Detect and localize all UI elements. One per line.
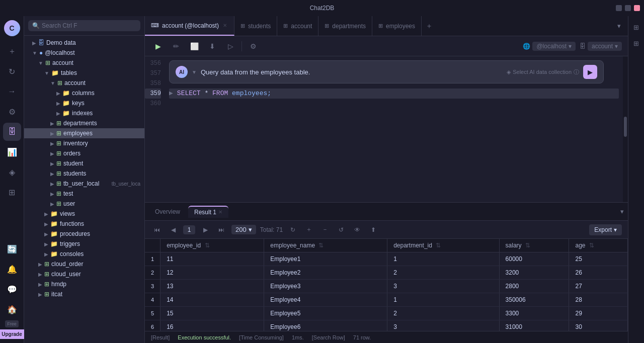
cell-age[interactable]: 28: [569, 293, 628, 307]
cell-age[interactable]: 27: [569, 280, 628, 293]
sidebar-item-triggers[interactable]: ▶ 📁 triggers: [24, 239, 144, 249]
rtb-per-page-select[interactable]: 200 ▾: [231, 225, 256, 234]
tab-employees[interactable]: ⊞ employees: [372, 16, 422, 36]
minimize-button[interactable]: [616, 5, 622, 11]
cell-employee-id[interactable]: 13: [160, 280, 264, 293]
tab-account[interactable]: ⊞ account: [277, 16, 318, 36]
tab-result-1[interactable]: Result 1 ✕: [188, 206, 228, 218]
cell-salary[interactable]: 31000: [499, 320, 569, 331]
rtb-delete-row[interactable]: －: [319, 224, 331, 236]
tab-overview[interactable]: Overview: [149, 206, 186, 217]
sidebar-item-home[interactable]: 🏠: [3, 300, 21, 318]
cell-employee-id[interactable]: 15: [160, 307, 264, 320]
sidebar-item-cloud-order[interactable]: ▶ ⊞ cloud_order: [24, 259, 144, 269]
sidebar-item-refresh[interactable]: ↻: [3, 62, 21, 80]
maximize-button[interactable]: [625, 5, 631, 11]
sidebar-item-table-orders[interactable]: ▶ ⊞ orders: [24, 148, 144, 158]
rtb-refresh[interactable]: ↻: [287, 224, 299, 236]
sidebar-item-indexes[interactable]: ▶ 📁 indexes: [24, 108, 144, 118]
sidebar-item-table-student[interactable]: ▶ ⊞ student: [24, 158, 144, 168]
sidebar-item-itcat[interactable]: ▶ ⊞ itcat: [24, 289, 144, 299]
sidebar-item-settings[interactable]: ⚙: [3, 103, 21, 121]
edit-button[interactable]: ✏: [169, 39, 183, 53]
cell-department-id[interactable]: 2: [387, 266, 499, 280]
col-header-employee-name[interactable]: employee_name ⇅: [264, 239, 387, 252]
tab-account-localhost[interactable]: ⌨ account (@localhost) ✕: [145, 16, 234, 36]
table-row[interactable]: 616Employee633100030: [145, 320, 628, 331]
cell-department-id[interactable]: 1: [387, 293, 499, 307]
sidebar-item-grid[interactable]: ⊞: [3, 183, 21, 201]
cell-employee-name[interactable]: Employee5: [264, 307, 387, 320]
cell-employee-name[interactable]: Employee3: [264, 280, 387, 293]
cell-department-id[interactable]: 2: [387, 307, 499, 320]
sidebar-item-sync[interactable]: 🔄: [3, 240, 21, 258]
cell-employee-name[interactable]: Employee6: [264, 320, 387, 331]
sidebar-item-hmdp[interactable]: ▶ ⊞ hmdp: [24, 279, 144, 289]
sort-icon[interactable]: ⇅: [205, 242, 210, 249]
editor-scrollbar[interactable]: [623, 56, 628, 202]
sort-icon[interactable]: ⇅: [589, 242, 594, 249]
close-button[interactable]: [634, 5, 640, 11]
cell-salary[interactable]: 2800: [499, 280, 569, 293]
cell-department-id[interactable]: 1: [387, 252, 499, 266]
tab-add-button[interactable]: ＋: [422, 22, 437, 31]
table-row[interactable]: 212Employee22320026: [145, 266, 628, 280]
upgrade-button[interactable]: Upgrade: [0, 329, 26, 339]
col-header-employee-id[interactable]: employee_id ⇅: [160, 239, 264, 252]
tab-departments[interactable]: ⊞ departments: [318, 16, 372, 36]
sidebar-item-tables-folder[interactable]: ▼ 📁 tables: [24, 68, 144, 78]
sidebar-item-localhost[interactable]: ▼ ● @localhost: [24, 48, 144, 58]
sort-icon[interactable]: ⇅: [318, 242, 324, 249]
sidebar-item-add[interactable]: ＋: [3, 42, 21, 60]
tab-close-account[interactable]: ✕: [222, 22, 228, 29]
sidebar-item-nav-forward[interactable]: →: [3, 82, 21, 101]
sidebar-item-keys[interactable]: ▶ 📁 keys: [24, 98, 144, 108]
context-host[interactable]: 🌐 @localhost ▾: [523, 42, 576, 51]
sidebar-item-procedures[interactable]: ▶ 📁 procedures: [24, 229, 144, 239]
cell-department-id[interactable]: 3: [387, 280, 499, 293]
cell-employee-id[interactable]: 14: [160, 293, 264, 307]
sidebar-item-demo-data[interactable]: ▶ 🗄 Demo data: [24, 38, 144, 48]
sidebar-item-cloud-user[interactable]: ▶ ⊞ cloud_user: [24, 269, 144, 279]
table-row[interactable]: 414Employee4135000628: [145, 293, 628, 307]
sort-icon[interactable]: ⇅: [525, 242, 530, 249]
search-bar[interactable]: 🔍 Search Ctrl F: [28, 20, 140, 31]
sidebar-item-table-students[interactable]: ▶ ⊞ students: [24, 168, 144, 179]
cell-salary[interactable]: 350006: [499, 293, 569, 307]
cell-employee-name[interactable]: Employee2: [264, 266, 387, 280]
col-header-department-id[interactable]: department_id ⇅: [387, 239, 499, 252]
cell-age[interactable]: 25: [569, 252, 628, 266]
sidebar-item-table-tb-user-local[interactable]: ▶ ⊞ tb_user_local tb_user_loca: [24, 179, 144, 189]
download-button[interactable]: ⬇: [205, 39, 219, 53]
settings-button[interactable]: ⚙: [246, 39, 260, 53]
tab-students[interactable]: ⊞ students: [234, 16, 277, 36]
cell-employee-name[interactable]: Employee4: [264, 293, 387, 307]
sidebar-item-table-employees[interactable]: ▶ ⊞ employees: [24, 128, 144, 138]
sidebar-item-table-inventory[interactable]: ▶ ⊞ inventory: [24, 138, 144, 148]
cell-employee-id[interactable]: 16: [160, 320, 264, 331]
rtb-page-number[interactable]: 1: [183, 225, 195, 234]
cell-age[interactable]: 29: [569, 307, 628, 320]
sidebar-item-chat[interactable]: 💬: [3, 280, 21, 298]
context-db-badge[interactable]: account ▾: [588, 42, 622, 51]
sidebar-item-consoles[interactable]: ▶ 📁 consoles: [24, 249, 144, 259]
context-host-badge[interactable]: @localhost ▾: [532, 42, 576, 51]
sidebar-item-account[interactable]: ▼ ⊞ account: [24, 58, 144, 68]
ai-send-button[interactable]: ▶: [583, 65, 597, 79]
sidebar-item-views[interactable]: ▶ 📁 views: [24, 209, 144, 219]
sidebar-item-database[interactable]: 🗄: [3, 123, 21, 141]
sidebar-item-chart[interactable]: 📊: [3, 143, 21, 161]
table-row[interactable]: 111Employee116000025: [145, 252, 628, 266]
context-db[interactable]: 🗄 account ▾: [580, 42, 622, 51]
sidebar-item-table-user[interactable]: ▶ ⊞ user: [24, 199, 144, 209]
rtb-view-toggle[interactable]: 👁: [351, 224, 363, 236]
cell-employee-id[interactable]: 12: [160, 266, 264, 280]
sidebar-item-bell[interactable]: 🔔: [3, 260, 21, 278]
sidebar-item-table-account[interactable]: ▼ ⊞ account: [24, 78, 144, 88]
rp-button-1[interactable]: ⊞: [629, 20, 643, 34]
cell-salary[interactable]: 60000: [499, 252, 569, 266]
rtb-next-page[interactable]: ▶: [199, 224, 211, 236]
rtb-first-page[interactable]: ⏮: [151, 224, 163, 236]
sidebar-item-columns[interactable]: ▶ 📁 columns: [24, 88, 144, 98]
rtb-upload[interactable]: ⬆: [367, 224, 379, 236]
